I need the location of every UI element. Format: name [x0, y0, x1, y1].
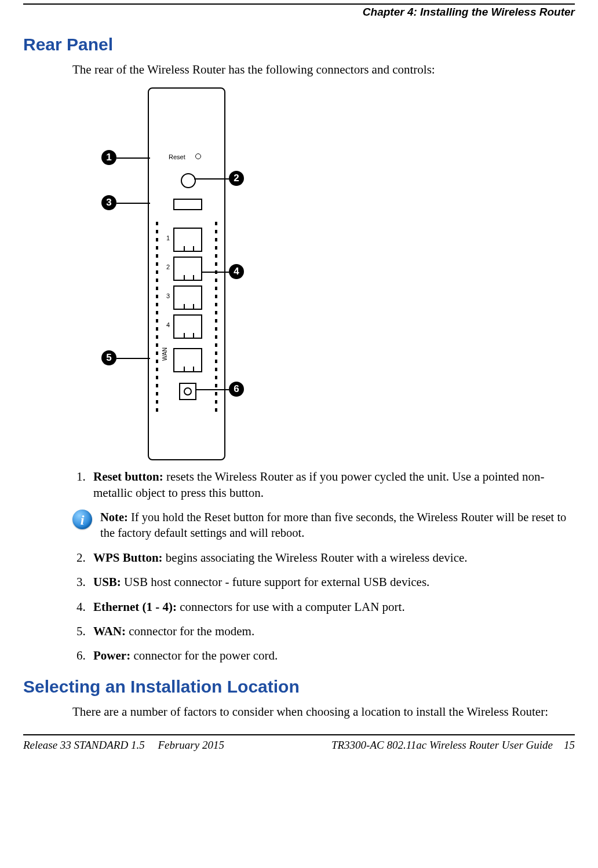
list-item: Ethernet (1 - 4): connectors for use wit… — [89, 599, 572, 615]
note-block: Note: If you hold the Reset button for m… — [72, 510, 572, 541]
heading-install-location: Selecting an Installation Location — [23, 677, 575, 697]
wps-button-icon — [181, 173, 196, 188]
lan-number: 2 — [166, 263, 170, 270]
vent-icon — [156, 222, 158, 413]
usb-port-icon — [173, 199, 202, 210]
callout-2: 2 — [229, 171, 244, 186]
item-text: USB host connector - future support for … — [121, 575, 429, 589]
router-illustration: Reset 1 2 3 4 WAN — [148, 87, 225, 460]
lan4-port-icon — [173, 314, 202, 339]
list-item: Reset button: resets the Wireless Router… — [89, 468, 572, 501]
note-text: If you hold the Reset button for more th… — [100, 511, 566, 540]
item-label: WAN: — [93, 624, 126, 638]
wan-label: WAN — [162, 347, 168, 361]
footer-release: Release 33 STANDARD 1.5 — [23, 739, 145, 751]
footer-date: February 2015 — [158, 739, 224, 751]
leader-line — [116, 358, 150, 359]
item-label: Reset button: — [93, 470, 163, 484]
item-label: Power: — [93, 649, 130, 662]
vent-icon — [215, 222, 217, 413]
leader-line — [116, 158, 150, 159]
rear-panel-figure: Reset 1 2 3 4 WAN 1 2 — [101, 87, 252, 458]
info-icon — [72, 510, 92, 529]
rear-panel-intro: The rear of the Wireless Router has the … — [72, 63, 572, 77]
rear-panel-list: Reset button: resets the Wireless Router… — [72, 468, 572, 501]
list-item: WAN: connector for the modem. — [89, 623, 572, 639]
item-label: USB: — [93, 575, 121, 589]
item-label: Ethernet (1 - 4): — [93, 600, 177, 614]
list-item: USB: USB host connector - future support… — [89, 574, 572, 590]
leader-line — [194, 178, 229, 180]
lan-number: 1 — [166, 235, 170, 241]
install-location-intro: There are a number of factors to conside… — [72, 705, 572, 719]
item-label: WPS Button: — [93, 551, 163, 565]
callout-5: 5 — [101, 350, 116, 365]
leader-line — [201, 272, 229, 273]
page-footer: Release 33 STANDARD 1.5 February 2015 TR… — [23, 734, 575, 757]
callout-1: 1 — [101, 150, 116, 165]
leader-line — [116, 203, 150, 204]
callout-4: 4 — [229, 264, 244, 279]
list-item: WPS Button: begins associating the Wirel… — [89, 550, 572, 566]
running-header: Chapter 4: Installing the Wireless Route… — [23, 5, 575, 22]
callout-3: 3 — [101, 195, 116, 210]
reset-hole-icon — [195, 153, 201, 159]
wan-port-icon — [173, 348, 202, 372]
footer-page: 15 — [564, 739, 575, 751]
item-text: connector for the modem. — [126, 624, 254, 638]
leader-line — [196, 389, 229, 390]
lan1-port-icon — [173, 228, 202, 252]
item-text: begins associating the Wireless Router w… — [163, 551, 468, 565]
footer-guide: TR3300-AC 802.11ac Wireless Router User … — [331, 739, 553, 751]
lan-number: 3 — [166, 292, 170, 299]
power-jack-icon — [179, 383, 196, 400]
lan-number: 4 — [166, 321, 170, 328]
rear-panel-list-cont: WPS Button: begins associating the Wirel… — [72, 550, 572, 664]
heading-rear-panel: Rear Panel — [23, 35, 575, 54]
note-label: Note: — [100, 511, 128, 523]
reset-label: Reset — [169, 153, 185, 160]
item-text: connectors for use with a computer LAN p… — [177, 600, 405, 614]
list-item: Power: connector for the power cord. — [89, 647, 572, 664]
callout-6: 6 — [229, 382, 244, 397]
lan2-port-icon — [173, 257, 202, 281]
item-text: connector for the power cord. — [130, 649, 278, 662]
lan3-port-icon — [173, 285, 202, 310]
